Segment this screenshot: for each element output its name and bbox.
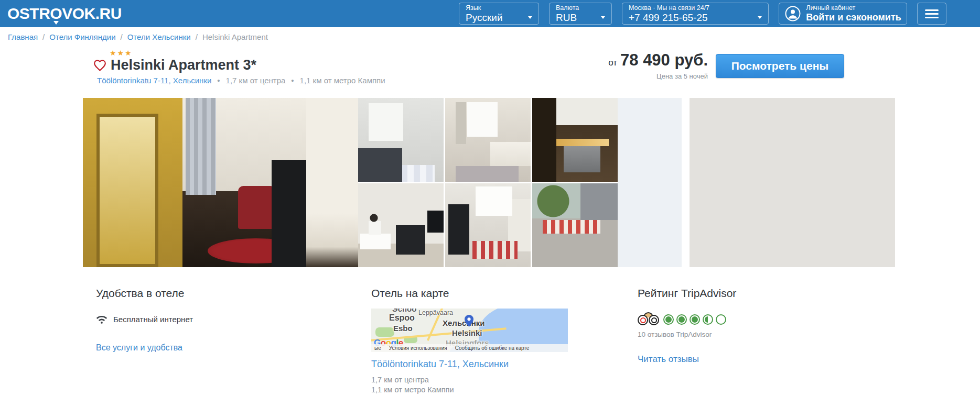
logo-text-prefix: OSTR bbox=[7, 5, 50, 23]
gallery-thumbnail-kitchen-2[interactable] bbox=[445, 183, 531, 267]
amenity-item: Бесплатный интернет bbox=[96, 314, 316, 324]
all-amenities-link[interactable]: Все услуги и удобства bbox=[96, 343, 182, 353]
photo-desk bbox=[272, 160, 306, 267]
hotel-page: OSTROVOK.RU Язык Русский Валюта RUB Моск… bbox=[0, 0, 980, 407]
ta-rating-bubble bbox=[703, 314, 713, 325]
map-distance-center: 1,7 км от центра bbox=[371, 375, 568, 385]
hotel-map[interactable]: Эспоо Espoo Esbo Leppävaara Хельсинки He… bbox=[371, 309, 568, 352]
map-label-leppavaara: Leppävaara bbox=[418, 309, 453, 316]
tripadvisor-rating bbox=[638, 313, 795, 326]
map-section: Отель на карте Эспоо Espoo Esbo Leppävaa… bbox=[371, 287, 568, 395]
map-distance-metro: 1,1 км от метро Камппи bbox=[371, 385, 568, 395]
photo-curtain bbox=[186, 98, 216, 195]
ostrovok-logo[interactable]: OSTROVOK.RU bbox=[7, 5, 122, 23]
logo-pin-o-icon: O bbox=[50, 5, 62, 23]
breadcrumb-home[interactable]: Главная bbox=[8, 32, 38, 41]
amenities-section: Удобства в отеле Бесплатный интернет Все… bbox=[96, 287, 316, 353]
map-attribution: ые Условия использования Сообщить об оши… bbox=[371, 344, 568, 352]
currency-label: Валюта bbox=[556, 4, 605, 12]
tripadvisor-review-count: 10 отзывов TripAdvisor bbox=[638, 331, 795, 338]
phone-number: +7 499 215-65-25 bbox=[629, 12, 708, 23]
ta-rating-bubble bbox=[690, 314, 700, 325]
price-note: Цена за 5 ночей bbox=[608, 72, 708, 80]
gallery-thumbnail-bedroom[interactable] bbox=[445, 98, 531, 182]
language-selector[interactable]: Язык Русский bbox=[459, 3, 539, 25]
ta-bubbles bbox=[663, 313, 726, 326]
map-label-espoo-ru: Эспоо bbox=[392, 309, 416, 313]
top-bar: OSTROVOK.RU Язык Русский Валюта RUB Моск… bbox=[0, 0, 980, 27]
wifi-icon bbox=[96, 314, 107, 324]
map-address-link[interactable]: Töölöntorinkatu 7-11, Хельсинки bbox=[371, 359, 568, 370]
see-prices-button[interactable]: Посмотреть цены bbox=[716, 54, 844, 78]
top-controls: Язык Русский Валюта RUB Москва · Мы на с… bbox=[459, 3, 946, 25]
price-from-label: от bbox=[608, 58, 617, 68]
breadcrumb-helsinki-hotels[interactable]: Отели Хельсинки bbox=[127, 32, 191, 41]
photo-yellow-door bbox=[96, 114, 158, 267]
map-report-error-link[interactable]: Сообщить об ошибке на карте bbox=[455, 345, 530, 351]
chevron-down-icon bbox=[528, 16, 532, 19]
breadcrumb-separator: / bbox=[42, 32, 45, 41]
side-placeholder bbox=[690, 98, 895, 267]
chevron-down-icon bbox=[601, 16, 605, 19]
phone-note: Мы на связи 24/7 bbox=[657, 4, 709, 12]
map-label-helsinki-ru: Хельсинки bbox=[443, 318, 484, 327]
photo-right-door bbox=[306, 98, 358, 267]
read-reviews-link[interactable]: Читать отзывы bbox=[638, 354, 699, 365]
hamburger-menu-button[interactable] bbox=[917, 3, 946, 25]
tripadvisor-owl-icon bbox=[638, 314, 659, 325]
amenity-label: Бесплатный интернет bbox=[113, 315, 193, 324]
chevron-down-icon bbox=[758, 16, 762, 19]
map-label-helsinki: Helsinki bbox=[452, 328, 482, 337]
breadcrumb-finland-hotels[interactable]: Отели Финляндии bbox=[49, 32, 115, 41]
breadcrumb-current: Helsinki Apartment bbox=[202, 32, 268, 41]
logo-text-suffix: VOK.RU bbox=[62, 5, 122, 23]
phone-selector[interactable]: Москва · Мы на связи 24/7 +7 499 215-65-… bbox=[622, 3, 769, 25]
language-value: Русский bbox=[466, 12, 503, 23]
breadcrumb-separator: / bbox=[121, 32, 123, 41]
distance-center: 1,7 км от центра bbox=[226, 76, 286, 85]
photo-gallery bbox=[83, 98, 895, 267]
user-circle-icon bbox=[784, 5, 801, 22]
map-terms-link[interactable]: Условия использования bbox=[389, 345, 447, 351]
gallery-thumbnail-street[interactable] bbox=[532, 183, 618, 267]
hotel-stars: ★★★ bbox=[110, 49, 385, 57]
main-photo[interactable] bbox=[83, 98, 358, 267]
gallery-thumbnail-kitchen[interactable] bbox=[532, 98, 618, 182]
dot-separator: • bbox=[291, 76, 294, 85]
language-label: Язык bbox=[466, 4, 532, 12]
hamburger-icon bbox=[925, 9, 939, 11]
map-label-espoo: Espoo bbox=[389, 313, 415, 323]
favorite-heart-icon[interactable] bbox=[93, 58, 107, 72]
ta-rating-bubble bbox=[716, 314, 726, 325]
map-pin-icon bbox=[465, 315, 473, 329]
gallery-thumbnail-living-room[interactable] bbox=[358, 98, 444, 182]
ta-rating-bubble bbox=[663, 314, 674, 325]
dot-separator: • bbox=[217, 76, 220, 85]
distance-metro: 1,1 км от метро Камппи bbox=[300, 76, 385, 85]
photo-red-armchair bbox=[238, 186, 276, 229]
currency-value: RUB bbox=[556, 12, 577, 23]
map-park bbox=[375, 327, 394, 337]
phone-dot: · bbox=[653, 4, 655, 12]
account-label: Личный кабинет bbox=[806, 4, 901, 12]
map-label-esbo: Esbo bbox=[393, 324, 413, 333]
hotel-header: ★★★ Helsinki Apartment 3* Töölöntorinkat… bbox=[93, 49, 385, 85]
gallery-thumbnail-workspace[interactable] bbox=[358, 183, 444, 267]
ta-rating-bubble bbox=[676, 314, 687, 325]
map-attrib-data: ые bbox=[374, 345, 381, 351]
account-value: Войти и сэкономить bbox=[806, 12, 901, 23]
currency-selector[interactable]: Валюта RUB bbox=[549, 3, 612, 25]
breadcrumb-separator: / bbox=[196, 32, 198, 41]
login-button[interactable]: Личный кабинет Войти и сэкономить bbox=[779, 3, 907, 25]
tripadvisor-title: Рейтинг TripAdvisor bbox=[638, 287, 795, 300]
amenities-title: Удобства в отеле bbox=[96, 287, 316, 300]
thumbnail-grid bbox=[358, 98, 618, 267]
breadcrumb: Главная / Отели Финляндии / Отели Хельси… bbox=[8, 32, 268, 41]
page-title: Helsinki Apartment 3* bbox=[111, 57, 256, 73]
price-value: 78 490 руб. bbox=[620, 51, 708, 69]
map-title: Отель на карте bbox=[371, 287, 568, 300]
phone-city: Москва bbox=[629, 4, 651, 12]
hotel-address-link[interactable]: Töölöntorinkatu 7-11, Хельсинки bbox=[97, 76, 211, 85]
gallery-overflow-strip bbox=[618, 98, 682, 267]
tripadvisor-section: Рейтинг TripAdvisor 10 отзывов TripAdvis… bbox=[638, 287, 795, 365]
